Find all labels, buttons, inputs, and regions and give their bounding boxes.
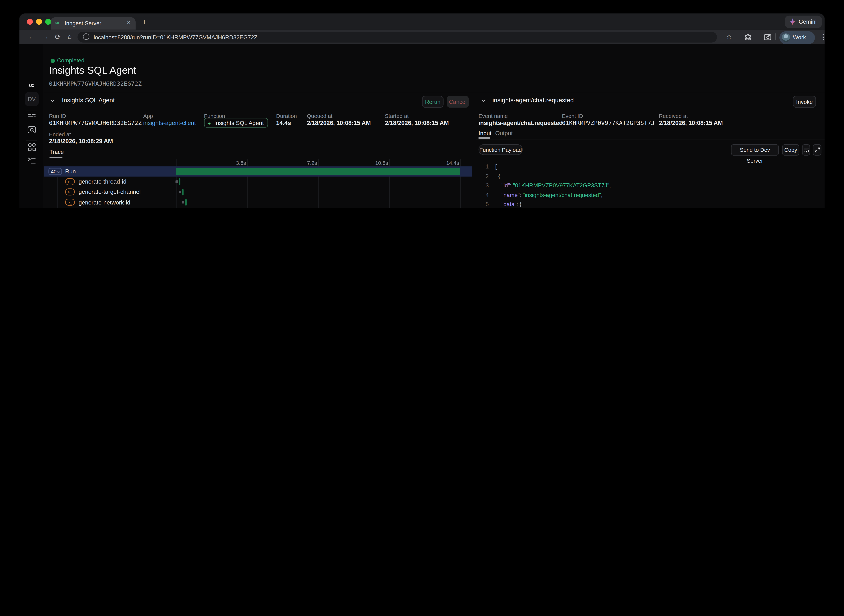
line-number: 5 [476,200,489,208]
word-wrap-icon [803,148,809,153]
apps-icon [28,143,36,151]
zoom-window-button[interactable] [45,19,51,25]
function-pill[interactable]: ✦ Insights SQL Agent [204,118,268,128]
app-sidebar: ∞ DV [19,44,44,208]
code-punctuation: , [601,191,603,198]
chevron-down-icon[interactable] [51,98,54,102]
url-text: localhost:8288/run?runID=01KHRMPW77GVMAJ… [94,34,258,40]
rerun-button[interactable]: Rerun [422,96,444,108]
code-string: "insights-agent/chat.requested" [523,191,601,198]
site-info-icon[interactable]: i [83,33,89,40]
span-duration-bar [185,199,187,206]
code-string: "01KHRMPVZP0V977KAT2GP3ST7J" [513,182,610,188]
new-tab-button[interactable]: + [142,18,147,26]
ended-at-value: 2/18/2026, 10:08:29 AM [49,138,113,144]
trace-row-label: generate-network-id [79,199,130,205]
sidebar-item-functions[interactable] [19,156,44,166]
span-queued-marker [179,191,181,193]
avatar [782,33,790,42]
header-divider [44,92,825,93]
gemini-button[interactable]: Gemini [785,16,822,28]
code-line: 3 "id": "01KHRMPVZP0V977KAT2GP3ST7J", [476,181,825,190]
trace-row[interactable]: >_publish:user:insights:user_2VH6zowmh..… [44,208,472,208]
tab-search-icon[interactable] [764,34,771,40]
home-icon[interactable]: ⌂ [68,33,72,41]
code-line: 4 "name": "insights-agent/chat.requested… [476,190,825,200]
queued-at-label: Queued at [307,113,333,119]
sidebar-item-apps[interactable] [19,143,44,153]
code-line: 2 { [476,172,825,181]
run-children-count-badge[interactable]: 40 [48,168,62,175]
code-indent [495,182,501,188]
expand-button[interactable] [813,144,821,155]
timeline-tick: 10.8s [368,160,388,166]
bookmark-star-icon[interactable]: ☆ [726,33,732,41]
chevron-down-icon[interactable] [482,98,485,102]
event-id-value: 01KHRMPVZP0V977KAT2GP3ST7J [562,120,655,126]
trace-row-run[interactable]: 40Run [44,166,472,177]
inngest-favicon-icon: ∞ [56,19,59,26]
timeline-tick: 14.4s [439,160,459,166]
step-terminal-icon: >_ [65,199,75,206]
tab-trace[interactable]: Trace [50,149,64,155]
sidebar-item-runs[interactable] [19,113,44,123]
trace-row[interactable]: >_generate-thread-id [44,177,472,187]
received-at-label: Received at [659,113,688,119]
span-duration-bar [176,168,460,175]
started-at-label: Started at [385,113,409,119]
chevron-down-icon [57,170,60,173]
tab-output[interactable]: Output [495,130,513,136]
app-link[interactable]: insights-agent-client [143,120,196,126]
copy-button[interactable]: Copy [782,144,799,155]
tab-input[interactable]: Input [479,130,491,136]
code-indent [495,201,501,207]
trace-row[interactable]: >_generate-network-id [44,197,472,208]
received-at-value: 2/18/2026, 10:08:15 AM [659,120,723,126]
word-wrap-button[interactable] [802,144,810,155]
send-to-dev-server-button[interactable]: Send to Dev Server [731,144,779,155]
browser-tab-strip: ∞ Inngest Server ✕ + Gemini [19,13,825,30]
code-punctuation: : [510,182,513,188]
forward-icon[interactable]: → [42,33,49,41]
sidebar-item-events[interactable] [19,126,44,135]
invoke-button[interactable]: Invoke [793,96,816,108]
input-tab-underline [479,137,490,139]
dev-server-badge[interactable]: DV [25,92,39,106]
function-payload-chip[interactable]: Function Payload [479,144,523,155]
sidebar-divider [26,110,37,110]
app-label: App [143,113,153,119]
terminal-list-icon [28,157,36,164]
duration-label: Duration [276,113,297,119]
span-queued-marker [176,180,178,183]
line-number: 2 [476,172,489,181]
close-window-button[interactable] [27,19,33,25]
event-accordion-title[interactable]: insights-agent/chat.requested [492,97,574,104]
browser-tab[interactable]: ∞ Inngest Server ✕ [51,17,136,30]
run-accordion-title[interactable]: Insights SQL Agent [62,97,114,104]
gemini-icon [789,18,796,25]
profile-chip[interactable]: Work [780,31,815,44]
toolbar-divider [775,33,776,40]
code-line: 5 "data": { [476,200,825,208]
reload-icon[interactable]: ⟳ [55,33,61,41]
panel-divider [474,92,474,208]
cancel-button[interactable]: Cancel [447,96,469,108]
span-duration-bar [182,189,183,195]
timeline-tick: 3.6s [226,160,246,166]
trace-row[interactable]: >_generate-target-channel [44,187,472,197]
payload-code-editor[interactable]: 1[2 {3 "id": "01KHRMPVZP0V977KAT2GP3ST7J… [476,162,825,208]
kebab-menu-icon[interactable]: ⋮ [820,33,825,41]
code-line: 1[ [476,162,825,172]
code-indent [495,173,498,179]
expand-icon [815,148,820,153]
tab-title: Inngest Server [64,20,101,26]
event-id-label: Event ID [562,113,583,119]
close-tab-icon[interactable]: ✕ [127,20,131,25]
code-punctuation: , [610,182,611,188]
started-at-value: 2/18/2026, 10:08:15 AM [385,120,449,126]
back-icon[interactable]: ← [28,33,35,41]
address-bar[interactable]: i localhost:8288/run?runID=01KHRMPW77GVM… [78,31,717,42]
filter-list-icon [28,113,36,120]
minimize-window-button[interactable] [36,19,42,25]
extensions-icon[interactable] [744,34,752,41]
